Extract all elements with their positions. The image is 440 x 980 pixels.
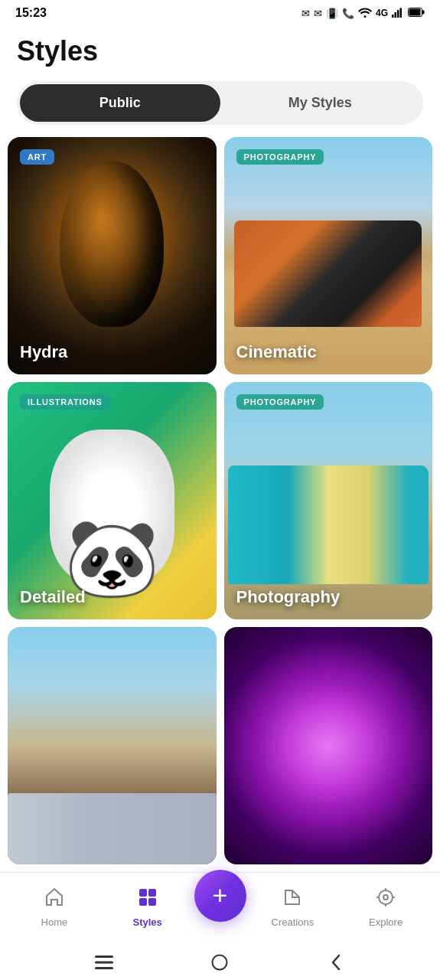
grid-item-hydra[interactable]: ART Hydra	[8, 137, 217, 374]
system-home-button[interactable]	[209, 952, 230, 973]
hydra-category: ART	[20, 149, 54, 165]
system-back-button[interactable]	[325, 952, 347, 973]
svg-rect-3	[400, 8, 403, 18]
cinematic-bg	[224, 137, 433, 374]
nav-item-home[interactable]: Home	[8, 887, 101, 928]
svg-rect-0	[392, 15, 394, 18]
svg-rect-10	[148, 898, 156, 906]
detailed-title: Detailed	[20, 587, 86, 607]
svg-point-11	[379, 890, 393, 904]
fab-button[interactable]: +	[194, 870, 246, 922]
styles-icon	[137, 887, 158, 913]
styles-grid: ART Hydra PHOTOGRAPHY Cinematic ILLUSTRA…	[0, 137, 440, 872]
hydra-title: Hydra	[20, 342, 67, 362]
grid-item-bottom-left[interactable]	[8, 627, 217, 864]
photography-title: Photography	[236, 587, 341, 607]
grid-item-cinematic[interactable]: PHOTOGRAPHY Cinematic	[224, 137, 433, 374]
page-title: Styles	[17, 35, 423, 67]
svg-point-20	[213, 955, 227, 969]
bottom-right-bg	[224, 627, 433, 864]
network-icon: 4G	[376, 8, 388, 18]
grid-item-detailed[interactable]: ILLUSTRATIONS Detailed	[8, 382, 217, 619]
public-tab[interactable]: Public	[20, 84, 220, 122]
svg-point-12	[383, 895, 388, 900]
battery-icon	[408, 8, 425, 19]
system-nav	[0, 941, 440, 980]
detailed-category: ILLUSTRATIONS	[20, 394, 110, 410]
bottom-nav: Home Styles + Creations	[0, 872, 440, 941]
creations-label: Creations	[272, 916, 315, 928]
detailed-bg	[8, 382, 217, 619]
system-menu-button[interactable]	[93, 952, 115, 973]
svg-rect-18	[95, 961, 113, 963]
email-icon-1: ✉	[301, 8, 310, 19]
photography-category: PHOTOGRAPHY	[236, 394, 324, 410]
svg-rect-5	[409, 8, 421, 15]
home-label: Home	[41, 916, 68, 928]
svg-rect-17	[95, 956, 113, 958]
status-icons: ✉ ✉ 📳 📞 4G	[301, 7, 425, 20]
svg-rect-8	[148, 889, 156, 897]
photography-bg	[224, 382, 433, 619]
bottom-left-bg	[8, 627, 217, 864]
toggle-container: Public My Styles	[17, 81, 423, 125]
email-icon-2: ✉	[314, 8, 322, 19]
explore-icon	[375, 887, 396, 913]
grid-item-bottom-right[interactable]	[224, 627, 433, 864]
nav-item-styles[interactable]: Styles	[101, 887, 194, 928]
grid-item-photography[interactable]: PHOTOGRAPHY Photography	[224, 382, 433, 619]
status-time: 15:23	[15, 6, 47, 20]
svg-rect-19	[95, 967, 113, 969]
signal-icon	[392, 7, 404, 20]
cinematic-category: PHOTOGRAPHY	[236, 149, 324, 165]
nav-item-creations[interactable]: Creations	[246, 887, 340, 928]
styles-label: Styles	[132, 916, 161, 928]
header: Styles	[0, 23, 440, 75]
explore-label: Explore	[369, 916, 403, 928]
svg-rect-1	[395, 12, 397, 18]
fab-plus-icon: +	[213, 882, 228, 908]
vibrate-icon: 📳	[326, 8, 338, 19]
svg-rect-6	[422, 10, 425, 14]
creations-icon	[282, 887, 303, 913]
svg-rect-2	[397, 10, 399, 18]
my-styles-tab[interactable]: My Styles	[220, 84, 421, 122]
svg-rect-7	[139, 889, 147, 897]
cinematic-title: Cinematic	[236, 342, 317, 362]
svg-rect-9	[139, 898, 147, 906]
call-icon: 📞	[342, 8, 354, 19]
home-icon	[44, 887, 65, 913]
hydra-bg	[8, 137, 217, 374]
wifi-icon	[358, 7, 372, 20]
nav-item-explore[interactable]: Explore	[339, 887, 432, 928]
status-bar: 15:23 ✉ ✉ 📳 📞 4G	[0, 0, 440, 23]
